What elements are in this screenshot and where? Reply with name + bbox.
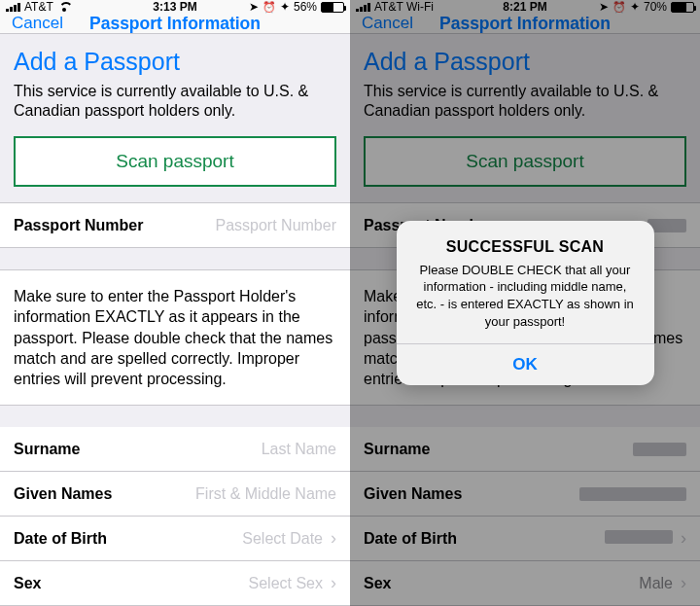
alert-message: Please DOUBLE CHECK that all your inform…	[412, 262, 639, 330]
surname-label: Surname	[14, 441, 80, 458]
alert-ok-button[interactable]: OK	[397, 344, 654, 385]
passport-number-row[interactable]: Passport Number Passport Number	[0, 203, 350, 248]
given-names-row[interactable]: Given Names First & Middle Name	[0, 472, 350, 517]
right-screenshot: AT&T Wi-Fi 8:21 PM ➤ ⏰ ✦ 70% Cancel Pass…	[350, 0, 700, 606]
battery-icon	[321, 2, 344, 13]
given-names-placeholder: First & Middle Name	[195, 485, 336, 503]
chevron-right-icon: ›	[331, 528, 336, 548]
passport-number-placeholder: Passport Number	[216, 217, 337, 234]
nav-bar: Cancel Passport Information	[0, 14, 350, 34]
status-bar: AT&T 3:13 PM ➤ ⏰ ✦ 56%	[0, 0, 350, 14]
dob-label: Date of Birth	[14, 530, 107, 548]
dob-value: Select Date	[242, 530, 323, 547]
location-icon: ➤	[249, 0, 259, 14]
chevron-right-icon: ›	[331, 573, 336, 592]
sex-value: Select Sex	[249, 575, 323, 591]
sex-row[interactable]: Sex Select Sex›	[0, 561, 350, 606]
page-subtitle: This service is currently available to U…	[14, 82, 336, 121]
dob-row[interactable]: Date of Birth Select Date›	[0, 517, 350, 561]
alert-dialog: SUCCESSFUL SCAN Please DOUBLE CHECK that…	[397, 221, 654, 385]
wifi-icon	[57, 2, 71, 12]
carrier-label: AT&T	[24, 0, 53, 14]
surname-placeholder: Last Name	[262, 441, 336, 458]
given-names-label: Given Names	[14, 485, 112, 503]
alert-title: SUCCESSFUL SCAN	[412, 238, 639, 256]
left-screenshot: AT&T 3:13 PM ➤ ⏰ ✦ 56% Cancel Passport I…	[0, 0, 350, 606]
modal-overlay: SUCCESSFUL SCAN Please DOUBLE CHECK that…	[350, 0, 700, 606]
alarm-icon: ⏰	[262, 1, 276, 14]
holder-fields-section: Surname Last Name Given Names First & Mi…	[0, 427, 350, 606]
page-title: Add a Passport	[14, 48, 336, 76]
sex-label: Sex	[14, 575, 41, 592]
bluetooth-icon: ✦	[280, 0, 290, 14]
surname-row[interactable]: Surname Last Name	[0, 427, 350, 472]
header-block: Add a Passport This service is currently…	[0, 34, 350, 203]
signal-icon	[6, 2, 20, 12]
cancel-button[interactable]: Cancel	[0, 14, 75, 33]
instruction-text: Make sure to enter the Passport Holder's…	[0, 269, 350, 406]
passport-number-label: Passport Number	[14, 217, 143, 234]
passport-number-section: Passport Number Passport Number	[0, 203, 350, 248]
battery-pct: 56%	[294, 0, 317, 14]
scan-passport-button[interactable]: Scan passport	[14, 136, 336, 187]
